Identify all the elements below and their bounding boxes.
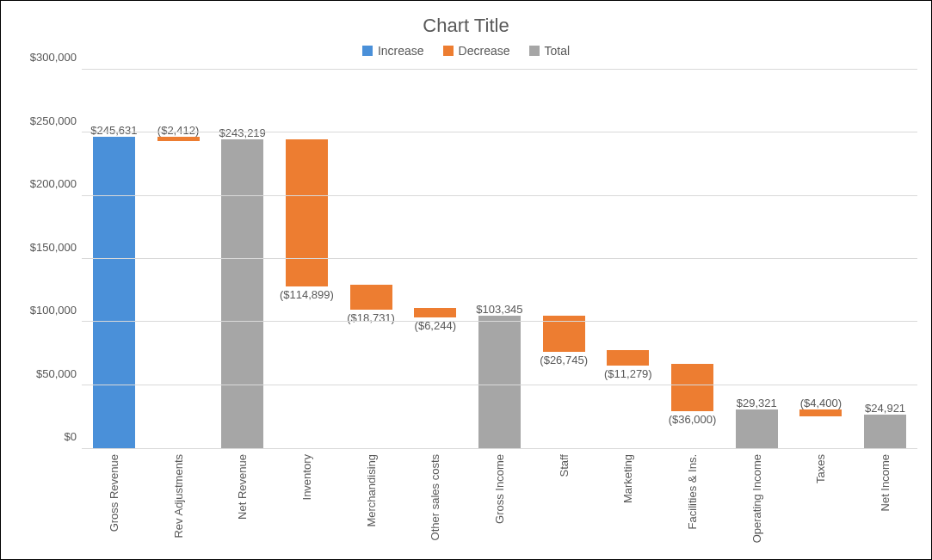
bar-column: $245,631: [82, 70, 146, 448]
bar-column: ($2,412): [146, 70, 211, 448]
swatch-total: [529, 46, 540, 56]
x-tick-label: Marketing: [596, 449, 661, 556]
x-axis: Gross RevenueRev AdjustmentsNet RevenueI…: [82, 449, 917, 556]
bar-column: ($4,400): [789, 70, 854, 448]
bar-decrease: [671, 364, 713, 411]
bar-increase: [93, 137, 135, 448]
x-tick-label: Net Income: [853, 449, 917, 556]
bar-column: $243,219: [210, 70, 275, 448]
bar-column: ($18,731): [339, 70, 404, 448]
plot-area: $245,631($2,412)$243,219($114,899)($18,7…: [82, 70, 917, 449]
legend-item-total: Total: [529, 44, 571, 58]
x-tick-label: Taxes: [789, 449, 854, 556]
y-tick-label: $250,000: [30, 114, 77, 126]
x-tick-label: Merchandising: [339, 449, 404, 556]
x-tick-label: Gross Income: [467, 449, 532, 556]
swatch-increase: [362, 46, 373, 56]
bar-decrease: [286, 139, 328, 286]
data-label: ($26,745): [540, 354, 588, 366]
chart-title: Chart Title: [15, 15, 917, 37]
bar-total: [478, 316, 521, 448]
data-label: ($4,400): [800, 397, 842, 409]
bar-decrease: [157, 137, 200, 142]
bar-total: [736, 409, 778, 448]
data-label: $24,921: [865, 402, 905, 415]
legend-item-increase: Increase: [362, 44, 424, 58]
y-tick-label: $150,000: [30, 240, 77, 253]
bar-decrease: [350, 285, 392, 310]
waterfall-chart: Chart Title Increase Decrease Total $0$5…: [0, 0, 932, 560]
gridline: [82, 321, 917, 322]
y-tick-label: $200,000: [30, 177, 77, 190]
bar-total: [221, 139, 263, 448]
y-tick-label: $50,000: [36, 366, 77, 379]
legend: Increase Decrease Total: [15, 44, 917, 58]
x-tick-label: Rev Adjustments: [146, 449, 211, 556]
bar-decrease: [607, 350, 649, 366]
bar-total: [864, 415, 906, 448]
data-label: ($2,412): [157, 124, 199, 137]
bar-column: ($11,279): [596, 70, 661, 448]
y-axis: $0$50,000$100,000$150,000$200,000$250,00…: [15, 70, 82, 449]
x-tick-label: Operating Income: [725, 449, 789, 556]
y-tick-label: $0: [65, 430, 77, 443]
legend-item-decrease: Decrease: [443, 44, 510, 58]
swatch-decrease: [443, 46, 454, 56]
bar-decrease: [414, 308, 456, 317]
gridline: [82, 195, 917, 196]
y-tick-label: $300,000: [30, 51, 77, 64]
bar-column: ($6,244): [403, 70, 467, 448]
data-label: ($36,000): [669, 413, 717, 426]
y-tick-label: $100,000: [30, 304, 77, 317]
data-label: ($11,279): [604, 367, 652, 380]
bar-decrease: [799, 409, 842, 416]
x-tick-label: Gross Revenue: [82, 449, 146, 556]
gridline: [82, 385, 917, 385]
data-label: $243,219: [219, 126, 266, 139]
bars: $245,631($2,412)$243,219($114,899)($18,7…: [82, 70, 917, 448]
gridline: [82, 69, 917, 70]
bar-column: ($26,745): [532, 70, 596, 448]
gridline: [82, 258, 917, 259]
x-tick-label: Staff: [532, 449, 596, 556]
data-label: ($18,731): [347, 311, 395, 324]
data-label: ($114,899): [280, 288, 334, 301]
data-label: $245,631: [90, 124, 137, 137]
x-tick-label: Inventory: [275, 449, 339, 556]
bar-column: $29,321: [725, 70, 789, 448]
data-label: $103,345: [476, 303, 522, 316]
gridline: [82, 132, 917, 132]
x-tick-label: Net Revenue: [210, 449, 275, 556]
bar-column: ($114,899): [275, 70, 339, 448]
plot: $0$50,000$100,000$150,000$200,000$250,00…: [15, 70, 917, 449]
bar-column: ($36,000): [660, 70, 725, 448]
bar-column: $24,921: [853, 70, 917, 448]
x-tick-label: Other sales costs: [403, 449, 467, 556]
data-label: $29,321: [737, 397, 777, 409]
bar-column: $103,345: [467, 70, 532, 448]
x-tick-label: Facilities & Ins.: [660, 449, 725, 556]
